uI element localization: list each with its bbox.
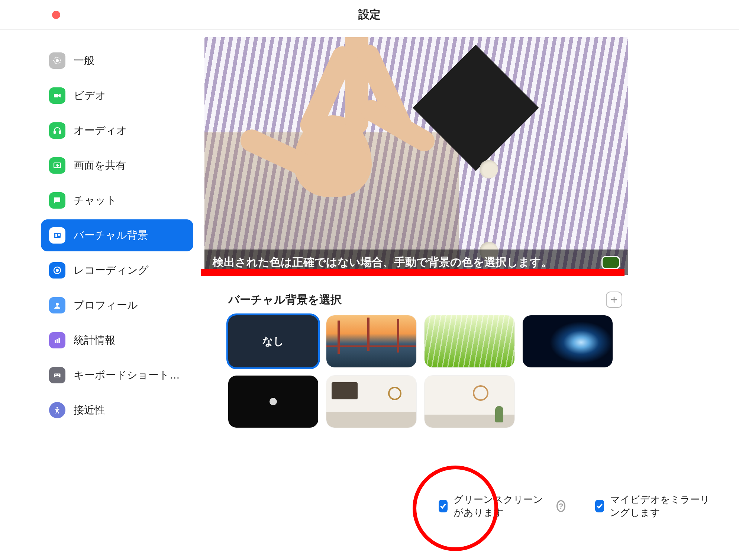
window-close-dot[interactable]	[52, 11, 60, 19]
background-option-bridge[interactable]	[326, 315, 416, 367]
sidebar-item-accessibility[interactable]: 接近性	[41, 394, 193, 426]
background-none-label: なし	[262, 334, 284, 348]
stats-icon	[49, 332, 65, 348]
chat-icon	[49, 192, 65, 209]
svg-rect-3	[59, 131, 61, 133]
background-color-picker[interactable]	[601, 256, 620, 269]
section-title: バーチャル背景を選択	[228, 292, 342, 308]
sidebar-item-label: レコーディング	[74, 263, 149, 277]
sidebar-item-label: 接近性	[74, 403, 105, 417]
sidebar-item-share-screen[interactable]: 画面を共有	[41, 149, 193, 181]
sidebar-item-label: 統計情報	[74, 333, 115, 347]
sidebar-item-statistics[interactable]: 統計情報	[41, 324, 193, 356]
svg-rect-17	[55, 374, 56, 375]
share-screen-icon	[49, 157, 65, 174]
sidebar-item-label: 画面を共有	[74, 158, 126, 173]
user-icon	[49, 297, 65, 313]
video-preview: 検出された色は正確ではない場合、手動で背景の色を選択します。	[204, 37, 628, 275]
background-option-night[interactable]	[228, 376, 318, 428]
sidebar-item-label: 一般	[74, 54, 94, 68]
sidebar-item-general[interactable]: 一般	[41, 45, 193, 77]
sidebar-item-label: プロフィール	[74, 298, 138, 312]
help-icon[interactable]: ?	[556, 500, 565, 512]
keyboard-icon	[49, 367, 65, 383]
sidebar-item-label: キーボードショートカ…	[74, 368, 185, 382]
settings-sidebar: 一般 ビデオ オーディオ 画面を共有	[0, 30, 201, 560]
gear-icon	[49, 52, 65, 69]
sidebar-item-audio[interactable]: オーディオ	[41, 115, 193, 147]
checkbox-icon	[595, 500, 604, 512]
svg-rect-18	[57, 374, 57, 375]
background-option-earth[interactable]	[523, 315, 613, 367]
sidebar-item-chat[interactable]: チャット	[41, 184, 193, 216]
svg-rect-13	[57, 339, 58, 343]
headphones-icon	[49, 122, 65, 139]
svg-point-21	[57, 407, 58, 408]
svg-rect-2	[54, 131, 55, 133]
checkbox-label: マイビデオをミラーリングします	[610, 493, 717, 519]
sidebar-item-recording[interactable]: レコーディング	[41, 254, 193, 286]
accessibility-icon	[49, 402, 65, 418]
svg-rect-19	[58, 374, 59, 375]
checkbox-green-screen[interactable]: グリーンスクリーンがあります ?	[439, 493, 565, 519]
svg-point-6	[55, 234, 57, 236]
sidebar-item-keyboard-shortcuts[interactable]: キーボードショートカ…	[41, 359, 193, 391]
sidebar-item-label: チャット	[74, 193, 117, 207]
window-title: 設定	[0, 7, 739, 22]
background-option-grass[interactable]	[425, 315, 514, 367]
checkbox-mirror-video[interactable]: マイビデオをミラーリングします	[595, 493, 717, 519]
svg-rect-20	[55, 376, 59, 377]
video-icon	[49, 87, 65, 104]
add-background-button[interactable]	[606, 292, 622, 308]
checkbox-icon	[439, 500, 448, 512]
sidebar-item-virtual-background[interactable]: バーチャル背景	[41, 219, 193, 251]
svg-rect-7	[58, 234, 60, 235]
contact-card-icon	[49, 227, 65, 244]
sidebar-item-label: ビデオ	[74, 88, 106, 103]
svg-point-10	[56, 269, 59, 272]
svg-rect-14	[58, 338, 60, 343]
svg-rect-15	[54, 373, 61, 377]
svg-rect-12	[55, 340, 56, 343]
svg-rect-8	[58, 235, 60, 236]
background-grid: なし	[228, 315, 626, 428]
sidebar-item-video[interactable]: ビデオ	[41, 80, 193, 112]
background-option-room[interactable]	[425, 376, 514, 428]
svg-point-0	[56, 59, 59, 62]
sidebar-item-label: バーチャル背景	[74, 228, 148, 242]
preview-hint-text: 検出された色は正確ではない場合、手動で背景の色を選択します。	[213, 255, 552, 270]
checkbox-label: グリーンスクリーンがあります	[454, 493, 551, 519]
annotation-underline	[201, 269, 625, 276]
svg-point-11	[56, 303, 59, 306]
background-option-none[interactable]: なし	[228, 315, 318, 367]
svg-rect-1	[54, 94, 58, 97]
sidebar-item-profile[interactable]: プロフィール	[41, 289, 193, 321]
record-icon	[49, 262, 65, 279]
background-option-office[interactable]	[326, 376, 416, 428]
sidebar-item-label: オーディオ	[74, 123, 127, 138]
